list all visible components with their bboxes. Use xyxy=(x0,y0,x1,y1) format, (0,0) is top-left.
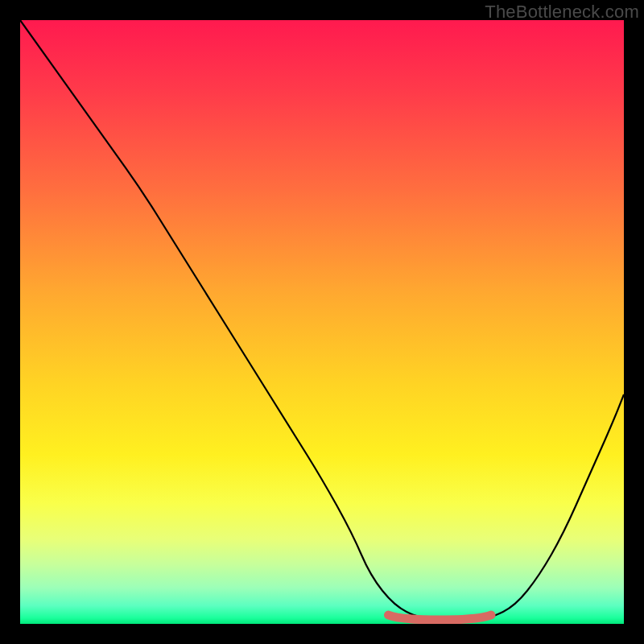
curve-svg xyxy=(20,20,624,624)
flat-region-highlight xyxy=(389,615,492,620)
bottleneck-curve-path xyxy=(20,20,624,621)
chart-frame: TheBottleneck.com xyxy=(0,0,644,644)
plot-area xyxy=(20,20,624,624)
